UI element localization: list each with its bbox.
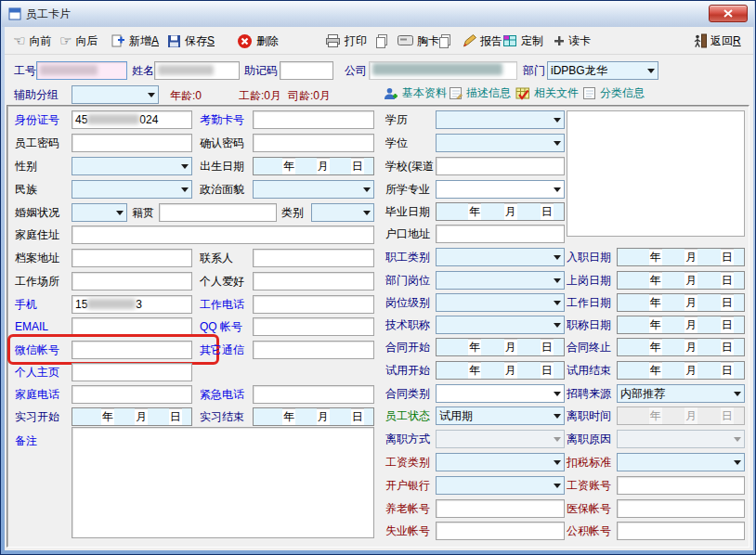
trial-end-date-field[interactable]: 年月日 (617, 361, 745, 380)
delete-button[interactable]: 删除 (235, 30, 280, 52)
bank-dropdown[interactable] (436, 476, 565, 495)
date-segment (618, 316, 649, 333)
contact-input[interactable] (253, 249, 374, 267)
print-button[interactable]: 打印 (323, 30, 369, 52)
archive-address-input[interactable] (72, 249, 192, 267)
attendance-card-input[interactable] (253, 110, 374, 129)
mobile-input[interactable]: 153 (72, 295, 192, 314)
major-dropdown[interactable] (436, 180, 565, 199)
homepage-input[interactable] (72, 363, 192, 381)
day-unit: 日 (721, 339, 734, 355)
month-unit: 月 (135, 408, 148, 425)
emp-status-dropdown[interactable]: 试用期 (436, 407, 565, 425)
intern-start-date-field[interactable]: 年月日 (72, 407, 192, 426)
hire-date-field[interactable]: 年月日 (617, 248, 745, 266)
other-comm-input[interactable] (253, 341, 374, 359)
emergency-phone-input[interactable] (253, 385, 374, 404)
medical-account-input[interactable] (617, 499, 745, 518)
print-preview-button[interactable] (372, 30, 391, 52)
mobile-suffix: 3 (136, 298, 142, 311)
salary-account-input[interactable] (617, 476, 745, 495)
fund-account-input[interactable] (617, 522, 745, 540)
post-level-dropdown[interactable] (436, 293, 565, 312)
home-address-input[interactable] (72, 226, 374, 244)
contract-start-date-field[interactable]: 年月日 (436, 338, 565, 356)
contract-type-dropdown[interactable] (436, 384, 565, 403)
work-date-field[interactable]: 年月日 (617, 293, 745, 312)
label-salary-account: 工资账号 (567, 479, 611, 492)
hukou-input[interactable] (436, 225, 565, 243)
salary-type-dropdown[interactable] (436, 453, 565, 471)
password-input[interactable] (72, 134, 192, 152)
wechat-input[interactable] (72, 341, 192, 359)
confirm-password-input[interactable] (253, 134, 374, 152)
view-related-files[interactable]: 相关文件 (515, 85, 579, 101)
customize-button[interactable]: 定制 (501, 30, 545, 52)
workplace-input[interactable] (72, 272, 192, 290)
home-phone-input[interactable] (72, 385, 192, 404)
back-button[interactable]: ☜向前 (11, 30, 53, 52)
view-category-info[interactable]: 分类信息 (582, 85, 645, 101)
trial-start-date-field[interactable]: 年月日 (436, 361, 565, 380)
return-button[interactable]: 返回R (692, 30, 743, 52)
birth-date-field[interactable]: 年月日 (253, 157, 374, 175)
unemployment-account-input[interactable] (436, 522, 565, 540)
date-segment (437, 203, 468, 220)
photo-box[interactable] (567, 110, 745, 237)
education-dropdown[interactable] (436, 110, 565, 129)
report-button[interactable]: 报告 (460, 30, 504, 52)
ethnicity-dropdown[interactable] (72, 180, 192, 199)
badge-preview-button[interactable] (436, 30, 454, 52)
year-unit: 年 (101, 408, 114, 425)
mnemonic-input[interactable] (280, 61, 333, 80)
hobby-input[interactable] (253, 272, 374, 290)
label-staff-type: 职工类别 (385, 251, 430, 264)
new-button[interactable]: 新增A (109, 30, 161, 52)
dept-dropdown[interactable]: iDPBG龙华 (547, 61, 658, 80)
grad-date-field[interactable]: 年月日 (436, 202, 565, 221)
native-place-input[interactable] (159, 203, 277, 222)
qq-input[interactable] (253, 317, 374, 336)
tax-standard-dropdown[interactable] (617, 453, 745, 471)
recruit-source-dropdown[interactable]: 内部推荐 (617, 384, 745, 403)
view-basic-info[interactable]: 基本资料 (384, 85, 447, 101)
label-onboard-date: 上岗日期 (567, 274, 611, 287)
school-input[interactable] (436, 157, 565, 175)
aux-group-dropdown[interactable] (72, 85, 159, 104)
intern-end-date-field[interactable]: 年月日 (253, 407, 374, 426)
label-trial-start: 试用开始 (385, 364, 430, 377)
close-button[interactable] (709, 5, 748, 22)
email-input[interactable] (72, 317, 192, 336)
read-card-button[interactable]: 读卡 (552, 30, 593, 52)
onboard-date-field[interactable]: 年月日 (617, 271, 745, 290)
staff-type-dropdown[interactable] (436, 248, 565, 266)
label-qq: QQ 帐号 (200, 320, 242, 333)
chevron-down-icon (177, 158, 191, 174)
view-basic-label: 基本资料 (402, 85, 447, 101)
company-input[interactable] (369, 61, 517, 80)
pension-account-input[interactable] (436, 499, 565, 518)
emp-no-input[interactable] (36, 61, 127, 80)
save-button[interactable]: 保存S (165, 30, 216, 52)
name-input[interactable] (154, 61, 240, 80)
view-description-info[interactable]: 描述信息 (449, 85, 511, 101)
date-segment (72, 408, 101, 425)
chevron-down-icon (112, 204, 126, 221)
political-dropdown[interactable] (253, 180, 374, 199)
gender-dropdown[interactable] (72, 157, 192, 175)
remarks-textarea[interactable] (72, 427, 374, 538)
degree-dropdown[interactable] (436, 134, 565, 152)
id-card-input[interactable]: 45024 (72, 110, 192, 129)
marital-dropdown[interactable] (72, 203, 127, 222)
tech-title-dropdown[interactable] (436, 316, 565, 334)
date-segment (662, 249, 685, 265)
forward-button[interactable]: ☞向后 (58, 30, 99, 52)
redacted-value (372, 63, 502, 75)
dept-post-dropdown[interactable] (436, 271, 565, 290)
contract-end-date-field[interactable]: 年月日 (617, 338, 745, 356)
category-dropdown[interactable] (311, 203, 374, 222)
work-phone-input[interactable] (253, 295, 374, 314)
badge-button[interactable]: 胸卡 (396, 30, 441, 52)
date-segment (295, 408, 317, 425)
title-date-field[interactable]: 年月日 (617, 316, 745, 334)
